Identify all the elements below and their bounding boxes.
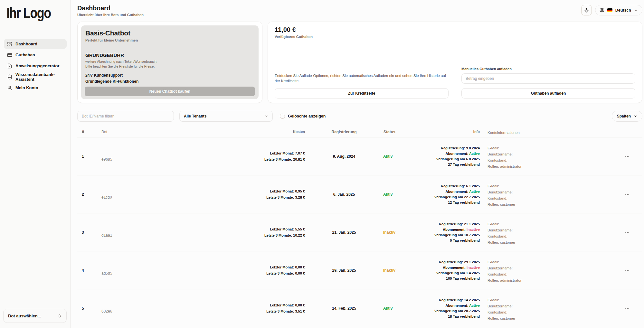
account-email: E-Mail: (488, 145, 612, 151)
table-header-row: # Bot Kosten Registrierung Status Info K… (77, 127, 642, 137)
row-actions-button[interactable] (622, 229, 633, 236)
account-email: E-Mail: (488, 297, 612, 303)
bot-name: ad5d5 (97, 271, 220, 276)
column-header-kosten: Kosten (220, 129, 305, 135)
amount-input[interactable] (461, 73, 635, 84)
table-body: 1 e9b85 Letzter Monat: 7,07 € Letzte 3 M… (77, 137, 642, 327)
row-actions-button[interactable] (622, 305, 633, 312)
credit-description: Entdecken Sie Auflade-Optionen, richten … (275, 73, 449, 83)
row-number: 3 (77, 230, 97, 235)
account-username: Benutzername: (488, 189, 612, 195)
sidebar-item-dashboard[interactable]: Dashboard (4, 39, 67, 49)
sidebar-item-label: Dashboard (15, 42, 37, 46)
sidebar: Ihr Logo Dashboard Guthaben Anweisungsge… (0, 0, 71, 328)
info-registration: Registrierung: 29.1.2025 (428, 259, 480, 265)
tenant-select[interactable]: Alle Tenants (179, 111, 273, 122)
header-controls: Deutsch (581, 5, 642, 15)
table-row: 3 d1aa1 Letzter Monat: 5,55 € Letzte 3 M… (77, 213, 642, 251)
page-header: Dashboard Übersicht über Ihre Bots und G… (77, 5, 144, 17)
app-logo: Ihr Logo (6, 4, 58, 22)
actions-cell (612, 229, 642, 236)
status-cell: Aktiv (383, 192, 428, 197)
account-balance: Kontostand: (488, 271, 612, 277)
info-subscription: Abonnement: Active (428, 189, 480, 194)
plan-subtitle: Perfekt für kleine Unternehmen (85, 38, 255, 42)
actions-cell (612, 153, 642, 160)
account-cell: E-Mail: Benutzername: Kontostand: Rollen… (480, 221, 612, 246)
registration-date: 9. Aug. 2024 (305, 154, 383, 159)
sidebar-item-label: Guthaben (15, 52, 35, 57)
column-header-bot: Bot (97, 130, 220, 134)
plan-card: Basis-Chatbot Perfekt für kleine Unterne… (77, 22, 262, 103)
info-subscription: Abonnement: Active (428, 151, 480, 156)
theme-toggle-button[interactable] (581, 5, 592, 15)
info-days-remaining: -100 Tag verbleibend (428, 276, 480, 281)
buy-chatbot-button[interactable]: Neuen Chatbot kaufen (85, 87, 255, 96)
info-renewal: Verlängerung am 22.7.2025 (428, 194, 480, 200)
account-balance: Kontostand: (488, 195, 612, 201)
plan-feature: Grundlegende KI-Funktionen (85, 79, 255, 85)
registration-date: 14. Feb. 2025 (305, 306, 383, 311)
status-badge: Aktiv (383, 192, 393, 197)
page-subtitle: Übersicht über Ihre Bots und Guthaben (77, 13, 144, 17)
row-actions-button[interactable] (622, 153, 633, 160)
subscription-state: Active (469, 190, 480, 193)
account-username: Benutzername: (488, 151, 612, 157)
account-roles: Rollen: customer (488, 315, 612, 322)
status-badge: Inaktiv (383, 230, 395, 235)
show-deleted-label: Gelöschte anzeigen (288, 114, 326, 118)
row-actions-button[interactable] (622, 267, 633, 274)
column-header-info: Info (428, 129, 480, 135)
bots-table: # Bot Kosten Registrierung Status Info K… (77, 127, 642, 327)
topup-column: Manuelles Guthaben aufladen Guthaben auf… (461, 67, 635, 98)
info-days-remaining: 27 Tag verbleibend (428, 162, 480, 167)
row-number: 5 (77, 306, 97, 311)
balance-label: Verfügbares Guthaben (275, 35, 635, 39)
bot-name: e9b85 (97, 157, 220, 162)
cost-last-month: Letzter Monat: 0,00 € (220, 264, 305, 270)
language-selector[interactable]: Deutsch (595, 5, 642, 15)
subscription-state: Active (469, 152, 480, 155)
ellipsis-icon (625, 192, 630, 197)
credit-page-button[interactable]: Zur Kreditseite (275, 88, 449, 98)
cost-cell: Letzter Monat: 5,55 € Letzte 3 Monate: 1… (220, 226, 305, 239)
sidebar-item-mein-konto[interactable]: Mein Konto (4, 83, 67, 93)
topup-button[interactable]: Guthaben aufladen (461, 88, 635, 98)
info-cell: Registrierung: 21.1.2025 Abonnement: Ina… (428, 221, 480, 243)
actions-cell (612, 305, 642, 312)
info-renewal: Verlängerung am 6.8.2025 (428, 156, 480, 162)
sun-icon (584, 8, 589, 13)
status-badge: Aktiv (383, 154, 393, 159)
bot-name: 632e6 (97, 309, 220, 314)
status-cell: Aktiv (383, 154, 428, 159)
info-subscription: Abonnement: Inactive (428, 265, 480, 270)
plan-features: 24/7 Kundensupport Grundlegende KI-Funkt… (85, 72, 255, 85)
status-cell: Inaktiv (383, 268, 428, 273)
sidebar-item-wissensdatenbank[interactable]: Wissensdatenbank-Assistent (4, 72, 67, 82)
row-actions-button[interactable] (622, 191, 633, 198)
show-deleted-checkbox[interactable] (280, 114, 285, 119)
sidebar-item-anweisungsgenerator[interactable]: Anweisungsgenerator (4, 61, 67, 71)
account-roles: Rollen: administrator (488, 277, 612, 284)
ellipsis-icon (625, 306, 630, 311)
chevron-down-icon (264, 114, 268, 118)
bot-select[interactable]: Bot auswählen... (3, 309, 67, 323)
columns-button[interactable]: Spalten (612, 111, 642, 122)
chevron-down-icon (634, 8, 638, 12)
cost-last-3-months: Letzte 3 Monate: 3,51 € (220, 308, 305, 314)
sidebar-item-guthaben[interactable]: Guthaben (4, 50, 67, 60)
cost-last-month: Letzter Monat: 5,55 € (220, 226, 305, 232)
cost-last-month: Letzter Monat: 0,95 € (220, 188, 305, 194)
column-header-status: Status (383, 130, 428, 134)
account-balance: Kontostand: (488, 309, 612, 315)
filter-bar: Alle Tenants Gelöschte anzeigen Spalten (77, 111, 642, 122)
bot-name: e1cd0 (97, 195, 220, 200)
account-cell: E-Mail: Benutzername: Kontostand: Rollen… (480, 145, 612, 170)
column-header-kontoinformationen: Kontoinformationen (480, 130, 612, 136)
info-cell: Registrierung: 6.1.2025 Abonnement: Acti… (428, 183, 480, 205)
row-number: 1 (77, 154, 97, 159)
bot-filter-input[interactable] (77, 111, 174, 122)
sidebar-item-label: Wissensdatenbank-Assistent (15, 72, 63, 82)
actions-cell (612, 191, 642, 198)
balance-actions: Entdecken Sie Auflade-Optionen, richten … (275, 67, 635, 98)
